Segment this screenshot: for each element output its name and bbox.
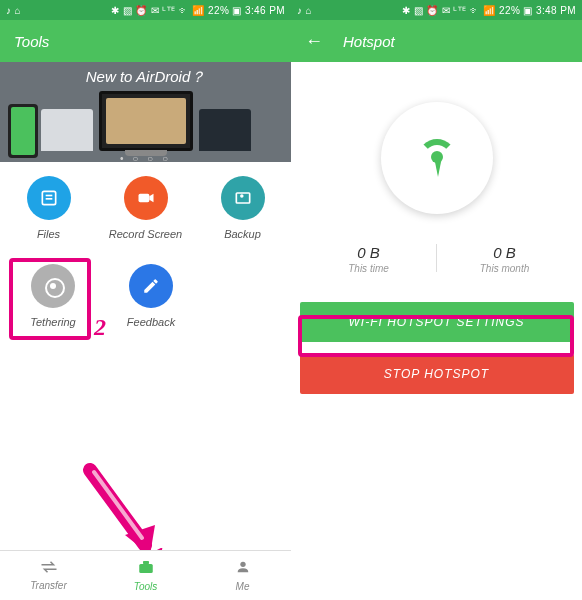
phone-mockup: [8, 104, 38, 158]
files-icon: [27, 176, 71, 220]
stat-value: 0 B: [437, 244, 572, 261]
status-left-icons: ♪ ⌂: [6, 5, 21, 16]
nav-label: Me: [236, 581, 250, 592]
tool-backup[interactable]: Backup: [198, 176, 288, 240]
stat-label: This time: [301, 263, 436, 274]
tethering-icon: [31, 264, 75, 308]
promo-banner[interactable]: New to AirDroid？ • ○ ○ ○: [0, 62, 291, 162]
record-icon: [124, 176, 168, 220]
nav-label: Tools: [134, 581, 158, 592]
tool-label: Feedback: [127, 316, 175, 328]
svg-rect-6: [143, 561, 149, 564]
hotspot-icon: [418, 139, 456, 177]
status-left-icons: ♪ ⌂: [297, 5, 312, 16]
banner-title: New to AirDroid？: [86, 68, 205, 87]
status-bar: ♪ ⌂ ✱ ▧ ⏰ ✉ ᴸᵀᴱ ᯤ 📶 22% ▣ 3:48 PM: [291, 0, 582, 20]
svg-rect-5: [139, 564, 153, 573]
hotspot-status-circle: [381, 102, 493, 214]
status-right-icons: ✱ ▧ ⏰ ✉ ᴸᵀᴱ ᯤ 📶 22% ▣ 3:46 PM: [111, 5, 285, 16]
stop-hotspot-button[interactable]: STOP HOTSPOT: [300, 354, 574, 394]
banner-devices: [41, 91, 251, 151]
nav-transfer[interactable]: Transfer: [0, 551, 97, 600]
transfer-icon: [40, 560, 58, 578]
stat-this-time: 0 B This time: [301, 244, 436, 274]
tool-feedback[interactable]: Feedback: [106, 264, 196, 328]
feedback-icon: [129, 264, 173, 308]
svg-rect-4: [236, 193, 249, 203]
bottom-nav: Transfer Tools Me: [0, 550, 291, 600]
svg-point-7: [240, 562, 245, 567]
tools-icon: [137, 559, 155, 579]
screen-hotspot: ♪ ⌂ ✱ ▧ ⏰ ✉ ᴸᵀᴱ ᯤ 📶 22% ▣ 3:48 PM ← Hots…: [291, 0, 582, 600]
backup-icon: [221, 176, 265, 220]
app-bar: Tools: [0, 20, 291, 62]
stats-row: 0 B This time 0 B This month: [301, 244, 572, 274]
stat-label: This month: [437, 263, 572, 274]
stat-value: 0 B: [301, 244, 436, 261]
tool-label: Files: [37, 228, 60, 240]
app-bar-title: Tools: [14, 33, 49, 50]
tool-label: Record Screen: [109, 228, 182, 240]
status-bar: ♪ ⌂ ✱ ▧ ⏰ ✉ ᴸᵀᴱ ᯤ 📶 22% ▣ 3:46 PM: [0, 0, 291, 20]
nav-tools[interactable]: Tools: [97, 551, 194, 600]
nav-me[interactable]: Me: [194, 551, 291, 600]
tool-files[interactable]: Files: [4, 176, 94, 240]
wifi-hotspot-settings-button[interactable]: WI-FI HOTSPOT SETTINGS: [300, 302, 574, 342]
app-bar: ← Hotspot: [291, 20, 582, 62]
app-bar-title: Hotspot: [343, 33, 395, 50]
tool-label: Backup: [224, 228, 261, 240]
tool-label: Tethering: [30, 316, 75, 328]
status-right-icons: ✱ ▧ ⏰ ✉ ᴸᵀᴱ ᯤ 📶 22% ▣ 3:48 PM: [402, 5, 576, 16]
nav-label: Transfer: [30, 580, 67, 591]
svg-rect-3: [138, 194, 149, 202]
stat-this-month: 0 B This month: [437, 244, 572, 274]
screen-tools: ♪ ⌂ ✱ ▧ ⏰ ✉ ᴸᵀᴱ ᯤ 📶 22% ▣ 3:46 PM Tools …: [0, 0, 291, 600]
tools-grid: Files Record Screen Backup: [0, 162, 291, 328]
back-button[interactable]: ←: [305, 31, 323, 52]
me-icon: [235, 559, 251, 579]
tool-tethering[interactable]: Tethering: [8, 264, 98, 328]
tool-record-screen[interactable]: Record Screen: [101, 176, 191, 240]
